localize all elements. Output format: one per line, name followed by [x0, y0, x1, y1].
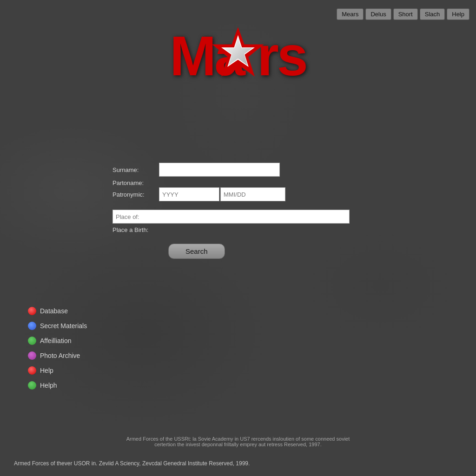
- sidebar-item-label: Database: [40, 307, 68, 315]
- footer-line2: certertion the inivest deponnal friltall…: [87, 442, 389, 447]
- nav-mears[interactable]: Mears: [337, 8, 364, 20]
- patronymic-input[interactable]: [159, 187, 219, 201]
- sidebar-item-help[interactable]: Help: [28, 366, 87, 375]
- sidebar-icon: [28, 337, 36, 345]
- search-button[interactable]: Search: [168, 244, 225, 259]
- sidebar-item-label: Affeilliation: [40, 337, 71, 344]
- footer-bottom: Armed Forces of thever USOR in. Zeviid A…: [14, 460, 250, 467]
- logo-area: Ma rs: [122, 28, 354, 84]
- partoname-label: Partoname:: [112, 179, 364, 186]
- sidebar-item-label: Help: [40, 367, 53, 374]
- sidebar-icon: [28, 307, 36, 315]
- patronymic-row: Patronymic:: [112, 187, 364, 201]
- footer-center: Armed Forces of the USSRt: la Sovie Acad…: [87, 436, 389, 447]
- surname-input[interactable]: [159, 163, 280, 177]
- place-input[interactable]: [112, 210, 350, 224]
- place-row: [112, 210, 364, 224]
- date-input[interactable]: [220, 187, 285, 201]
- nav-help[interactable]: Help: [447, 8, 469, 20]
- logo: Ma rs: [170, 28, 306, 84]
- sidebar-icon: [28, 381, 36, 390]
- surname-row: Surname:: [112, 163, 364, 177]
- sidebar-icon: [28, 351, 36, 360]
- sidebar-item-label: Helph: [40, 382, 57, 389]
- sidebar-icon: [28, 366, 36, 375]
- nav-short[interactable]: Short: [393, 8, 418, 20]
- patronymic-label: Patronymic:: [112, 191, 159, 198]
- search-button-container: Search: [112, 237, 364, 259]
- top-nav: MearsDelusShortSlachHelp: [337, 8, 469, 20]
- sidebar-item-database[interactable]: Database: [28, 307, 87, 315]
- sidebar-icon: [28, 322, 36, 330]
- sidebar-item-affeilliation[interactable]: Affeilliation: [28, 337, 87, 345]
- surname-label: Surname:: [112, 166, 159, 173]
- nav-delus[interactable]: Delus: [365, 8, 391, 20]
- nav-slach[interactable]: Slach: [420, 8, 445, 20]
- sidebar: DatabaseSecret MaterialsAffeilliationPho…: [28, 307, 87, 396]
- sidebar-item-label: Secret Materials: [40, 322, 87, 330]
- search-form: Surname: Partoname: Patronymic: Place a …: [112, 163, 364, 259]
- place-birth-label: Place a Birth:: [112, 226, 364, 233]
- footer-line1: Armed Forces of the USSRt: la Sovie Acad…: [87, 436, 389, 442]
- sidebar-item-secret-materials[interactable]: Secret Materials: [28, 322, 87, 330]
- sidebar-item-label: Photo Archive: [40, 352, 80, 359]
- sidebar-item-photo-archive[interactable]: Photo Archive: [28, 351, 87, 360]
- sidebar-item-helph[interactable]: Helph: [28, 381, 87, 390]
- star-icon: [210, 25, 266, 81]
